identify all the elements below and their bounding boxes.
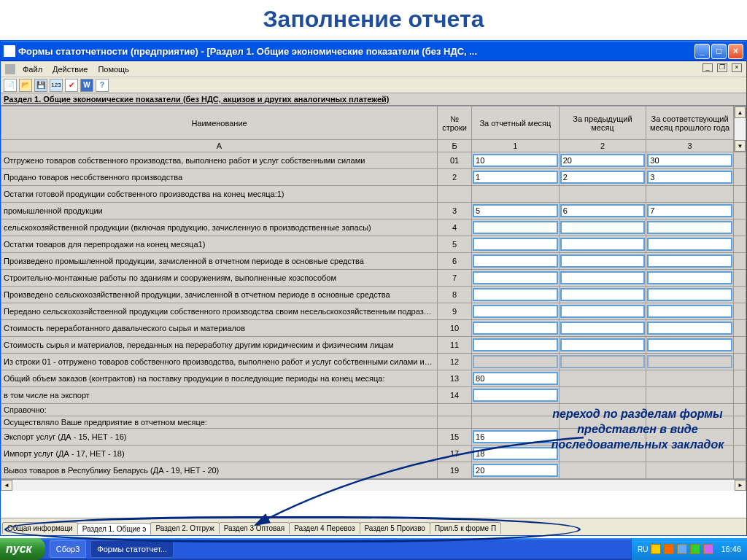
tab[interactable]: Раздел 3 Оптовая <box>219 522 290 534</box>
row-name: Осуществляло Ваше предприятие в отчетном… <box>1 416 438 429</box>
tab[interactable]: Прил.5 к форме П <box>430 522 501 534</box>
value-input[interactable] <box>473 372 558 385</box>
col-1: За отчетный месяц <box>472 106 560 140</box>
maximize-button[interactable]: □ <box>711 44 727 59</box>
table-row: Произведено сельскохозяйственной продукц… <box>1 287 746 303</box>
cell <box>646 354 734 370</box>
app-icon <box>4 45 15 57</box>
cell <box>472 404 560 416</box>
cell <box>472 219 560 236</box>
tray-icon[interactable] <box>677 544 687 554</box>
value-input[interactable] <box>473 430 558 443</box>
value-input[interactable] <box>473 238 558 251</box>
menu-file[interactable]: Файл <box>23 65 42 74</box>
row-number <box>438 416 472 429</box>
value-input[interactable] <box>647 305 732 318</box>
tb-save-icon[interactable]: 💾 <box>34 79 47 92</box>
value-input[interactable] <box>560 288 646 301</box>
tb-open-icon[interactable]: 📂 <box>19 79 32 92</box>
value-input[interactable] <box>647 271 732 284</box>
tab[interactable]: Общая информаци <box>2 522 78 534</box>
row-number: 15 <box>438 429 472 446</box>
tray-icon[interactable] <box>664 544 674 554</box>
value-input[interactable] <box>560 204 646 217</box>
cell <box>472 387 560 404</box>
tab[interactable]: Раздел 5 Произво <box>360 522 430 534</box>
vertical-scrollbar[interactable]: ▲▼ <box>734 106 746 152</box>
cell <box>472 253 560 270</box>
value-input[interactable] <box>473 305 558 318</box>
value-input[interactable] <box>647 322 732 335</box>
cell <box>646 462 734 479</box>
taskbar-item-1[interactable]: Сбор3 <box>50 540 87 558</box>
row-number: 8 <box>438 287 472 303</box>
tab[interactable]: Раздел 2. Отгруж <box>150 522 219 534</box>
value-input[interactable] <box>647 238 732 251</box>
value-input[interactable] <box>647 171 732 184</box>
tb-check-icon[interactable]: ✔ <box>65 79 78 92</box>
tray-icon[interactable] <box>651 544 661 554</box>
value-input[interactable] <box>560 238 646 251</box>
table-row: сельскохозяйственной продукции (включая … <box>1 219 746 236</box>
value-input[interactable] <box>473 154 558 167</box>
sub-b: Б <box>438 140 472 152</box>
value-input[interactable] <box>647 254 732 268</box>
mdi-minimize[interactable]: _ <box>703 63 713 72</box>
cell <box>646 253 734 270</box>
value-input[interactable] <box>473 338 558 351</box>
tray-icon[interactable] <box>703 544 713 554</box>
value-input[interactable] <box>560 305 646 318</box>
value-input[interactable] <box>560 338 646 351</box>
value-input[interactable] <box>560 254 646 268</box>
tab[interactable]: Раздел 1. Общие э <box>77 523 152 534</box>
close-button[interactable]: × <box>728 44 743 59</box>
value-input[interactable] <box>473 464 558 477</box>
value-input[interactable] <box>647 338 732 351</box>
value-input[interactable] <box>560 154 646 167</box>
horizontal-scrollbar[interactable]: ◄► <box>1 479 746 491</box>
row-name: Остатки товаров для перепродажи на конец… <box>1 236 438 253</box>
tab[interactable]: Раздел 4 Перевоз <box>289 522 360 534</box>
window-title: Формы статотчетности (предприятие) - [Ра… <box>18 46 694 57</box>
taskbar-item-2[interactable]: Формы статотчет... <box>90 540 174 558</box>
clock[interactable]: 16:46 <box>721 545 741 553</box>
row-name: Вывоз товаров в Республику Беларусь (ДА … <box>1 462 438 479</box>
value-input[interactable] <box>647 154 732 167</box>
value-input[interactable] <box>647 221 732 234</box>
menu-action[interactable]: Действие <box>53 65 88 74</box>
cell <box>559 169 646 186</box>
cell <box>559 287 646 303</box>
value-input[interactable] <box>473 271 558 284</box>
row-name: Строительно-монтажные работы по зданиям … <box>1 270 438 287</box>
tb-123-icon[interactable]: 123 <box>50 79 63 92</box>
value-input[interactable] <box>560 171 646 184</box>
value-input[interactable] <box>473 389 558 402</box>
value-input[interactable] <box>473 221 558 234</box>
value-input[interactable] <box>473 322 558 335</box>
sub-1: 1 <box>472 140 560 152</box>
mdi-close[interactable]: × <box>732 63 742 72</box>
value-input[interactable] <box>560 271 646 284</box>
tray-icon[interactable] <box>690 544 700 554</box>
row-name: Продано товаров несобственного производс… <box>1 169 438 186</box>
table-row: Остатки готовой продукции собственного п… <box>1 186 746 203</box>
tb-word-icon[interactable]: W <box>80 79 93 92</box>
tb-help-icon[interactable]: ? <box>96 79 109 92</box>
value-input[interactable] <box>647 288 732 301</box>
value-input[interactable] <box>473 171 558 184</box>
tb-new-icon[interactable]: 📄 <box>4 79 17 92</box>
row-name: Произведено промышленной продукции, зачи… <box>1 253 438 270</box>
menu-help[interactable]: Помощь <box>98 65 129 74</box>
cell <box>472 462 560 479</box>
language-indicator[interactable]: RU <box>638 545 648 553</box>
start-button[interactable]: пуск <box>0 538 45 560</box>
value-input[interactable] <box>647 204 732 217</box>
minimize-button[interactable]: _ <box>694 44 710 59</box>
value-input[interactable] <box>473 204 558 217</box>
value-input[interactable] <box>560 221 646 234</box>
mdi-restore[interactable]: ❐ <box>717 63 727 72</box>
value-input[interactable] <box>560 322 646 335</box>
value-input[interactable] <box>473 447 558 460</box>
value-input[interactable] <box>473 288 558 301</box>
value-input[interactable] <box>473 254 558 268</box>
